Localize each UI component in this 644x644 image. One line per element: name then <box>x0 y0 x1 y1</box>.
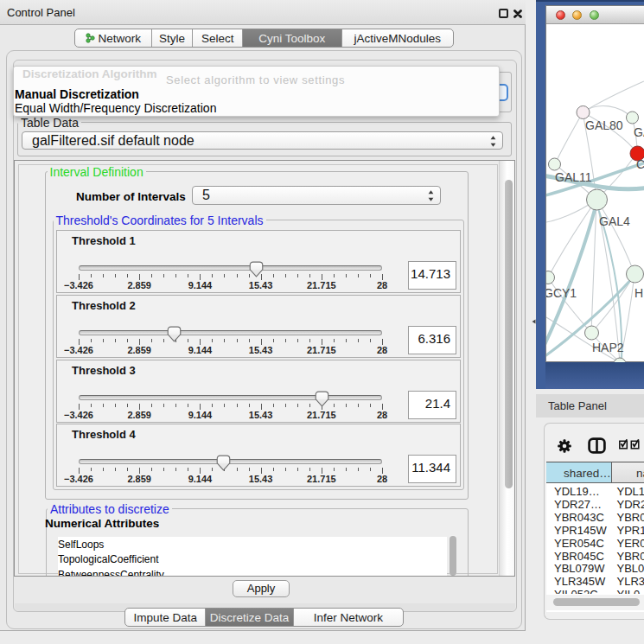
svg-text:GCY1: GCY1 <box>546 286 577 300</box>
svg-text:GAL11: GAL11 <box>555 170 592 184</box>
svg-text:GAL4: GAL4 <box>599 214 630 228</box>
svg-text:H: H <box>634 286 643 300</box>
svg-text:GA: GA <box>634 125 644 139</box>
svg-text:C: C <box>636 157 644 171</box>
svg-text:HAP2: HAP2 <box>592 341 624 354</box>
svg-text:GAL80: GAL80 <box>585 118 623 132</box>
